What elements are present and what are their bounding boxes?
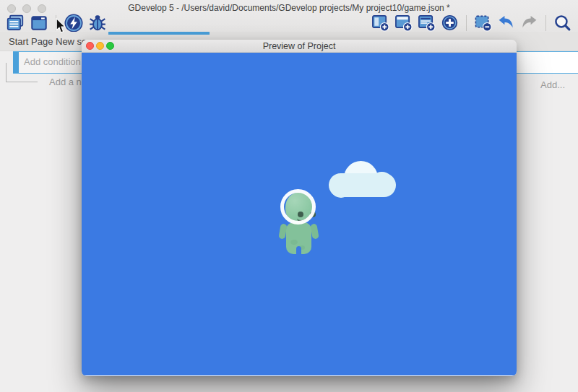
scene-editor-button[interactable] xyxy=(29,13,48,32)
add-comment-icon xyxy=(418,14,436,32)
preview-window-title: Preview of Project xyxy=(82,40,517,53)
cloud-base xyxy=(329,173,396,197)
event-drag-handle[interactable] xyxy=(13,52,19,73)
undo-icon xyxy=(497,14,515,32)
alien-right-arm xyxy=(310,223,319,239)
titlebar[interactable]: GDevelop 5 - /Users/david/Documents/GDev… xyxy=(0,0,578,14)
add-condition-link[interactable]: Add condition xyxy=(24,56,81,67)
add-event-icon xyxy=(371,14,389,32)
redo-button[interactable] xyxy=(519,13,539,32)
add-subevent-icon xyxy=(394,14,413,32)
project-manager-icon xyxy=(6,14,25,32)
add-event-button[interactable] xyxy=(371,13,390,32)
alien-helmet-ring xyxy=(280,189,316,225)
preview-zoom-button[interactable] xyxy=(106,42,114,50)
alien-player-sprite xyxy=(277,188,322,257)
gdevelop-main-window: GDevelop 5 - /Users/david/Documents/GDev… xyxy=(0,0,578,392)
toolbar-separator xyxy=(545,15,546,31)
undo-button[interactable] xyxy=(496,13,516,32)
add-more-link[interactable]: Add... xyxy=(540,79,565,90)
active-tab-indicator xyxy=(108,32,210,35)
scene-editor-icon xyxy=(30,14,48,32)
delete-event-button[interactable] xyxy=(473,13,493,32)
preview-minimize-button[interactable] xyxy=(96,42,104,50)
add-subevent-button[interactable] xyxy=(394,13,413,32)
cloud-sprite xyxy=(329,161,396,197)
project-manager-button[interactable] xyxy=(5,13,25,32)
add-comment-button[interactable] xyxy=(417,13,436,32)
search-icon xyxy=(553,14,571,32)
alien-leg-gap xyxy=(296,246,301,257)
add-event-chooser-icon xyxy=(441,14,459,32)
search-events-button[interactable] xyxy=(553,13,572,32)
debugger-button[interactable] xyxy=(87,13,107,32)
toolbar-right-group xyxy=(371,13,572,32)
tab-start-page[interactable]: Start Page xyxy=(9,32,53,51)
preview-window[interactable]: Preview of Project xyxy=(82,40,517,376)
debugger-bug-icon xyxy=(88,14,107,32)
preview-close-button[interactable] xyxy=(86,42,94,50)
toolbar xyxy=(0,13,578,32)
window-title: GDevelop 5 - /Users/david/Documents/GDev… xyxy=(0,3,578,13)
preview-titlebar[interactable]: Preview of Project xyxy=(82,40,517,53)
toolbar-separator xyxy=(466,15,467,31)
event-tree-line xyxy=(6,82,38,82)
preview-button[interactable] xyxy=(64,13,83,32)
mouse-cursor-icon xyxy=(55,18,66,34)
game-canvas[interactable] xyxy=(82,53,517,375)
event-tree-line xyxy=(6,63,7,82)
redo-icon xyxy=(520,14,538,32)
preview-window-controls xyxy=(86,42,114,50)
add-event-chooser-button[interactable] xyxy=(440,13,460,32)
delete-event-icon xyxy=(474,14,492,32)
alien-body-spot xyxy=(290,240,298,245)
